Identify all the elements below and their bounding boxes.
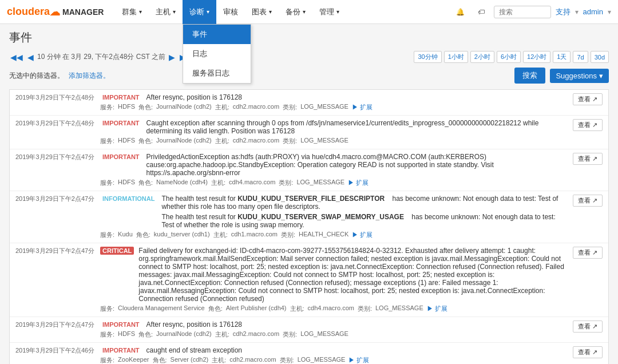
suggestions-label: Suggestions — [556, 72, 597, 80]
meta-role-label: 角色: — [138, 179, 153, 187]
severity-badge: INFORMATIONAL — [100, 195, 157, 203]
meta-role-label: 角色: — [153, 356, 167, 364]
chevron-down-icon: ▾ — [139, 9, 142, 15]
view-label: 查看 — [578, 248, 591, 257]
event-message: After resync, position is 176128 — [146, 93, 568, 101]
view-button[interactable]: 查看 ↗ — [573, 119, 603, 131]
view-button[interactable]: 查看 ↗ — [573, 93, 603, 105]
meta-service-label: 服务: — [100, 304, 114, 313]
meta-host-value: cdh2.macro.com — [229, 356, 276, 364]
meta-host-value: cdh2.macro.com — [233, 330, 279, 339]
expand-link[interactable]: ▶ 扩展 — [348, 356, 369, 364]
nav-cluster[interactable]: 群集 ▾ — [115, 0, 149, 24]
bell-icon[interactable]: 🔔 — [453, 4, 469, 20]
time-prev-prev[interactable]: ◀◀ — [9, 53, 24, 62]
meta-category-value: LOG_MESSAGE — [298, 356, 346, 364]
external-link-icon: ↗ — [592, 349, 597, 356]
meta-service-label: 服务: — [100, 179, 114, 187]
chevron-down-icon: ▾ — [303, 9, 306, 15]
events-list: 2019年3月29日下午2点48分 IMPORTANT After resync… — [9, 89, 609, 364]
support-link[interactable]: 支持 — [556, 7, 571, 17]
nav-diagnostics[interactable]: 诊断 ▾ — [183, 0, 216, 24]
time-controls: ◀◀ ◀ 10 分钟 在 3月 29, 下午2点48分 CST 之前 ▶ ▶▶ … — [9, 51, 609, 63]
nav-charts[interactable]: 图表 ▾ — [245, 0, 279, 24]
time-30d[interactable]: 30d — [591, 51, 609, 63]
meta-category-label: 类别: — [279, 179, 293, 187]
tag-icon[interactable]: 🏷 — [473, 4, 489, 20]
time-nav: ◀◀ ◀ 10 分钟 在 3月 29, 下午2点48分 CST 之前 ▶ ▶▶ … — [9, 52, 208, 62]
view-button[interactable]: 查看 ↗ — [573, 247, 603, 259]
nav-host[interactable]: 主机 ▾ — [149, 0, 183, 24]
add-filter-link[interactable]: 添加筛选器。 — [69, 71, 110, 81]
time-1day[interactable]: 1天 — [553, 51, 571, 63]
meta-role-value: JournalNode (cdh2) — [156, 137, 212, 145]
meta-host-value: cdh4.macro.com — [308, 304, 354, 313]
nav-audit[interactable]: 审核 — [216, 0, 245, 24]
meta-service-label: 服务: — [100, 330, 114, 339]
nav-bar: 群集 ▾ 主机 ▾ 诊断 ▾ 事件 日志 服务器日志 审核 图表 ▾ — [115, 0, 452, 24]
time-1hr[interactable]: 1小时 — [444, 51, 468, 63]
time-range-buttons: 30分钟 1小时 2小时 6小时 12小时 1天 7d 30d — [414, 51, 609, 63]
admin-link[interactable]: admin — [583, 7, 603, 16]
table-row: 2019年3月29日下午2点47分 CRITICAL Failed delive… — [10, 243, 608, 317]
event-header: IMPORTANT Caught exception after scannin… — [100, 119, 568, 135]
event-message: PriviledgedActionException as:hdfs (auth… — [146, 153, 568, 177]
table-row: 2019年3月29日下午2点48分 IMPORTANT Caught excep… — [10, 116, 608, 149]
event-message-line2: The health test result for KUDU_KUDU_TSE… — [161, 213, 568, 229]
meta-category-value: LOG_MESSAGE — [296, 179, 344, 187]
external-link-icon: ↗ — [592, 96, 597, 103]
event-body: IMPORTANT Caught exception after scannin… — [100, 119, 568, 145]
menu-item-server-logs[interactable]: 服务器日志 — [183, 64, 251, 83]
meta-service-value: HDFS — [118, 330, 135, 339]
severity-badge: CRITICAL — [100, 247, 134, 255]
event-meta: 服务: Cloudera Management Service 角色: Aler… — [100, 304, 568, 313]
expand-link[interactable]: ▶ 扩展 — [348, 179, 369, 187]
filter-text: 无选中的筛选器。 — [9, 71, 64, 81]
event-meta: 服务: HDFS 角色: NameNode (cdh4) 主机: cdh4.ma… — [100, 179, 568, 187]
event-body: IMPORTANT After resync, position is 1761… — [100, 93, 568, 112]
nav-manage[interactable]: 管理 ▾ — [312, 0, 346, 24]
meta-host-value: cdh1.macro.com — [231, 231, 278, 239]
expand-link[interactable]: ▶ 扩展 — [352, 103, 373, 112]
suggestions-button[interactable]: Suggestions ▾ — [550, 69, 609, 83]
time-12hr[interactable]: 12小时 — [523, 51, 550, 63]
time-next[interactable]: ▶ — [168, 53, 176, 62]
meta-category-value: LOG_MESSAGE — [300, 137, 348, 145]
view-button[interactable]: 查看 ↗ — [573, 346, 603, 358]
time-7d[interactable]: 7d — [573, 51, 588, 63]
event-time: 2019年3月29日下午2点48分 — [15, 93, 96, 102]
search-button[interactable]: 搜索 — [514, 68, 545, 84]
view-button[interactable]: 查看 ↗ — [573, 195, 603, 207]
nav-backup[interactable]: 备份 ▾ — [279, 0, 312, 24]
meta-service-label: 服务: — [100, 103, 114, 112]
meta-category-label: 类别: — [358, 304, 372, 313]
meta-service-label: 服务: — [100, 137, 114, 145]
meta-service-value: HDFS — [118, 103, 135, 112]
chevron-down-icon: ▾ — [599, 72, 603, 80]
search-input[interactable] — [494, 6, 551, 18]
time-30min[interactable]: 30分钟 — [414, 51, 441, 63]
view-button[interactable]: 查看 ↗ — [573, 153, 603, 165]
time-prev[interactable]: ◀ — [26, 53, 35, 62]
meta-host-value: cdh2.macro.com — [233, 103, 279, 112]
event-header: IMPORTANT PriviledgedActionException as:… — [100, 153, 568, 177]
event-header: IMPORTANT After resync, position is 1761… — [100, 93, 568, 101]
time-2hr[interactable]: 2小时 — [470, 51, 494, 63]
logo-cloudera-text: cloudera — [7, 6, 50, 18]
meta-category-value: LOG_MESSAGE — [300, 330, 348, 339]
expand-link[interactable]: ▶ 扩展 — [352, 231, 373, 239]
view-label: 查看 — [578, 322, 591, 331]
meta-host-label: 主机: — [212, 356, 226, 364]
severity-badge: IMPORTANT — [100, 321, 142, 329]
expand-link[interactable]: ▶ 扩展 — [427, 304, 447, 313]
event-message: After resync, position is 176128 — [146, 321, 568, 329]
event-header: INFORMATIONAL The health test result for… — [100, 195, 568, 229]
time-6hr[interactable]: 6小时 — [497, 51, 521, 63]
view-button[interactable]: 查看 ↗ — [573, 321, 603, 333]
event-body: IMPORTANT After resync, position is 1761… — [100, 321, 568, 339]
meta-category-value: HEALTH_CHECK — [299, 231, 348, 239]
meta-category-label: 类别: — [281, 231, 295, 239]
meta-service-value: HDFS — [118, 137, 135, 145]
menu-item-logs[interactable]: 日志 — [183, 44, 251, 64]
menu-item-events[interactable]: 事件 — [183, 25, 251, 44]
